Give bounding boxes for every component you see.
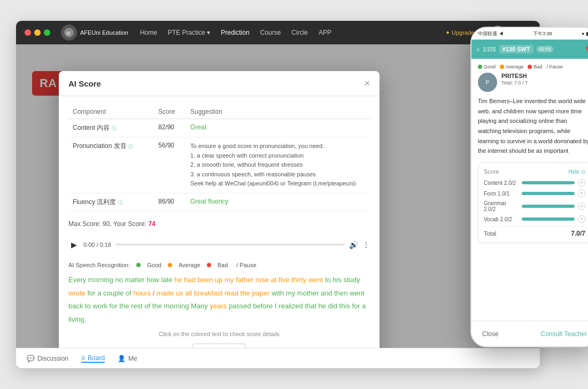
speech-segment[interactable]: of — [144, 302, 150, 310]
bottom-me[interactable]: 👤 Me — [118, 355, 137, 362]
phone-close-button[interactable]: Close — [482, 330, 499, 338]
content-bar-fill — [522, 181, 575, 184]
speech-segment[interactable]: to his study — [325, 276, 360, 284]
pronunciation-info-icon[interactable]: ⓘ — [128, 144, 133, 149]
content-bar — [522, 181, 575, 184]
grammar-bar — [522, 205, 575, 208]
good-indicator — [478, 65, 482, 69]
vocab-bar-fill — [522, 217, 575, 221]
more-options-icon[interactable]: ⋮ — [362, 240, 370, 249]
carrier-label: 中国联通 ◀ — [478, 30, 504, 37]
table-row: Pronunciation 发音 ⓘ 56/90 To ensure a goo… — [68, 137, 370, 193]
bottom-discussion[interactable]: 💬 Discussion — [27, 355, 68, 362]
col-suggestion: Suggestion — [186, 105, 370, 119]
modal-close-button[interactable]: × — [364, 79, 370, 88]
score-pronunciation: 56/90 — [154, 137, 186, 193]
max-score-row: Max Score: 90, Your Score: 74 — [68, 218, 370, 230]
nav-home[interactable]: Home — [140, 29, 157, 36]
nav-course[interactable]: Course — [260, 29, 281, 36]
total-value: 7.0/7 — [571, 230, 585, 237]
battery-icon: ● ▮▮ — [582, 31, 588, 36]
vocab-score-info[interactable]: ? — [578, 215, 585, 223]
chevron-down-icon: ⊙ — [581, 169, 585, 175]
score-panel-header: Score Hide ⊙ — [484, 168, 585, 175]
component-pronunciation: Pronunciation 发音 ⓘ — [68, 137, 154, 193]
window-controls — [25, 29, 50, 36]
average-label: Average — [179, 262, 200, 268]
phone-content: Good Average Bad / Pause P PRITESH — [471, 59, 588, 248]
speech-segment[interactable]: with my mother — [270, 289, 321, 297]
modal-body: Component Score Suggestion Content 内容 ⓘ … — [59, 96, 380, 368]
form-bar — [522, 192, 575, 195]
table-row: Content 内容 ⓘ 82/90 Great — [68, 119, 370, 137]
form-score-info[interactable]: ? — [578, 190, 585, 197]
maximize-window-dot[interactable] — [44, 29, 50, 36]
audio-player[interactable]: ▶ 0:00 / 0:18 🔊 ⋮ — [68, 236, 370, 253]
speech-segment[interactable]: for a couple of — [87, 289, 133, 297]
table-row: Fluency 流利度 ⓘ 86/90 Great fluency — [68, 193, 370, 211]
main-nav: Home PTE Practice ▾ Prediction Course Ci… — [140, 29, 331, 36]
speech-segment[interactable]: he had been up my father rose at five th… — [174, 276, 325, 284]
phone-screen: 中国联通 ◀ 下午3:38 ● ▮▮ ‹ 1/155 #130 SWT AI +… — [470, 27, 588, 347]
component-fluency: Fluency 流利度 ⓘ — [68, 193, 154, 211]
suggestion-pronunciation: To ensure a good score in pronunciation,… — [186, 137, 370, 193]
score-form-row: Form 1.0/1 ? — [484, 190, 585, 197]
good-label: Good — [147, 262, 161, 268]
page-content: RA AI Score × Component Score Suggestion — [16, 44, 540, 368]
browser-window: 猩 AFEUni Education Home PTE Practice ▾ P… — [16, 21, 540, 368]
form-label: Form 1.0/1 — [484, 191, 519, 197]
nav-app[interactable]: APP — [319, 29, 331, 36]
score-grammar-row: Grammar 2.0/2 ? — [484, 200, 585, 212]
total-score-row: Total 7.0/7 — [484, 226, 585, 237]
consult-teacher-button[interactable]: Consult Teacher — [541, 330, 587, 338]
speech-segment[interactable]: the morning Many — [150, 302, 210, 310]
col-score: Score — [154, 105, 186, 119]
modal-title: AI Score — [68, 79, 101, 88]
mobile-phone: 中国联通 ◀ 下午3:38 ● ▮▮ ‹ 1/155 #130 SWT AI +… — [470, 27, 588, 358]
bad-dot — [207, 263, 211, 267]
audio-time: 0:00 / 0:18 — [83, 242, 111, 248]
fluency-info-icon[interactable]: ⓘ — [118, 200, 123, 205]
hide-button[interactable]: Hide ⊙ — [568, 169, 585, 175]
bottom-board[interactable]: ≡ Board — [81, 354, 105, 363]
phone-score-legend: Good Average Bad / Pause — [478, 64, 588, 69]
play-button[interactable]: ▶ — [68, 239, 79, 250]
good-text: Good — [484, 64, 496, 69]
nav-circle[interactable]: Circle — [291, 29, 308, 36]
me-icon: 👤 — [118, 355, 126, 362]
speech-segment[interactable]: hours — [133, 289, 151, 297]
content-info-icon[interactable]: ⓘ — [112, 126, 117, 131]
discussion-label: Discussion — [37, 355, 68, 362]
nav-prediction[interactable]: Prediction — [221, 29, 249, 36]
grammar-score-info[interactable]: ? — [578, 203, 585, 210]
user-info-row: P PRITESH Total: 7.0 / 7 — [478, 73, 588, 92]
total-score: Total: 7.0 / 7 — [501, 80, 528, 85]
vocab-bar — [522, 217, 575, 221]
close-window-dot[interactable] — [25, 29, 31, 36]
minimize-window-dot[interactable] — [34, 29, 41, 36]
pause-label: / Pause — [236, 262, 256, 268]
user-avatar-phone: P — [478, 73, 497, 92]
content-score-info[interactable]: ? — [578, 179, 585, 186]
modal-header: AI Score × — [59, 71, 380, 96]
legend-average: Average — [500, 64, 523, 69]
component-content: Content 内容 ⓘ — [68, 119, 154, 137]
audio-progress[interactable] — [115, 244, 345, 245]
discussion-icon: 💬 — [27, 355, 35, 362]
speech-segment[interactable]: Every morning no matter how late — [68, 276, 174, 284]
grammar-label: Grammar 2.0/2 — [484, 200, 519, 212]
pause-text: / Pause — [546, 64, 563, 69]
grammar-bar-fill — [522, 205, 575, 208]
speech-segment[interactable]: years — [210, 302, 227, 310]
nav-pte-practice[interactable]: PTE Practice ▾ — [168, 29, 210, 36]
speech-segment[interactable]: / — [151, 289, 157, 297]
speech-segment[interactable]: wrote — [68, 289, 87, 297]
back-button[interactable]: ‹ — [477, 45, 479, 53]
score-table: Component Score Suggestion Content 内容 ⓘ … — [68, 105, 370, 212]
bookmark-icon[interactable]: 🔖 — [584, 45, 588, 53]
max-score-label: Max Score: 90, Your Score: — [68, 220, 146, 228]
volume-icon[interactable]: 🔊 — [349, 240, 358, 249]
speech-segment[interactable]: read the paper — [225, 289, 270, 297]
speech-segment[interactable]: made us all breakfast — [157, 289, 225, 297]
legend-bad: Bad — [528, 64, 542, 69]
